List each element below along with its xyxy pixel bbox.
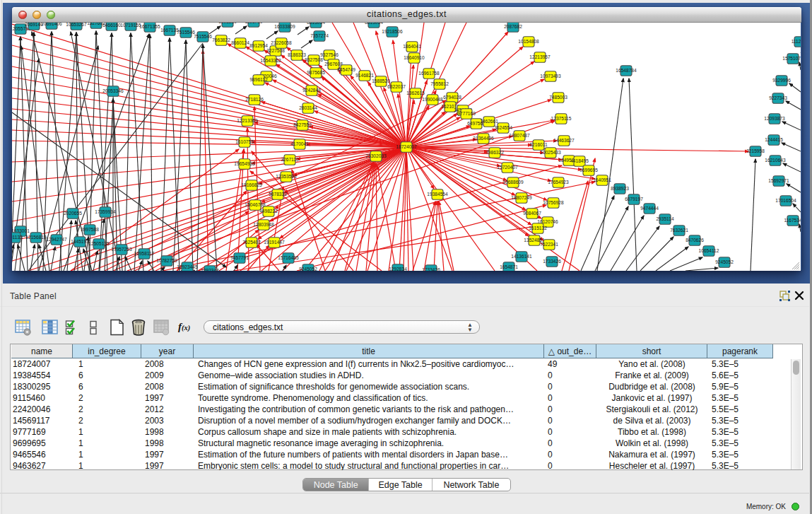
svg-text:7515546: 7515546 [194, 34, 212, 39]
svg-text:20691406: 20691406 [41, 23, 62, 26]
svg-text:4170041: 4170041 [290, 141, 309, 146]
svg-text:9329996: 9329996 [772, 78, 791, 83]
svg-text:18724007: 18724007 [396, 144, 417, 149]
svg-text:19654938: 19654938 [234, 161, 255, 166]
svg-text:15046768: 15046768 [245, 202, 266, 207]
svg-text:1112054: 1112054 [792, 39, 801, 44]
svg-text:9896112: 9896112 [249, 77, 268, 82]
svg-text:2935114: 2935114 [656, 216, 674, 221]
svg-text:9327508: 9327508 [305, 57, 323, 62]
svg-text:8813054: 8813054 [307, 23, 325, 25]
svg-text:1640951: 1640951 [593, 177, 611, 182]
svg-text:1610755: 1610755 [235, 139, 254, 144]
svg-text:8660124: 8660124 [231, 40, 249, 45]
svg-text:12213957: 12213957 [529, 54, 551, 59]
svg-text:7515546: 7515546 [177, 30, 195, 35]
svg-text:10782759: 10782759 [156, 258, 177, 263]
svg-text:1654871: 1654871 [500, 264, 518, 269]
svg-text:12923445: 12923445 [177, 264, 198, 269]
svg-text:3215958: 3215958 [746, 148, 765, 153]
svg-text:1292344: 1292344 [201, 268, 219, 271]
svg-text:8938923: 8938923 [611, 186, 629, 191]
svg-text:1191719: 1191719 [245, 23, 263, 24]
svg-text:16671355: 16671355 [139, 24, 160, 29]
svg-text:16548784: 16548784 [616, 68, 637, 73]
svg-text:0699695: 0699695 [579, 168, 598, 173]
svg-text:23226058: 23226058 [271, 40, 292, 45]
svg-text:16543362: 16543362 [260, 58, 281, 63]
svg-text:991133: 991133 [12, 235, 23, 240]
svg-text:7522341: 7522341 [540, 242, 558, 247]
svg-text:7663822: 7663822 [212, 37, 230, 42]
svg-text:17016504: 17016504 [775, 198, 796, 203]
svg-text:10654112: 10654112 [699, 248, 719, 253]
svg-text:4498222: 4498222 [259, 209, 278, 214]
svg-text:10719155: 10719155 [120, 23, 141, 28]
svg-text:12156819: 12156819 [25, 235, 47, 240]
svg-text:3227508: 3227508 [266, 48, 285, 53]
svg-text:10025433: 10025433 [540, 150, 561, 155]
svg-text:4418495: 4418495 [570, 158, 589, 163]
svg-text:1588520: 1588520 [372, 78, 390, 83]
svg-text:15692971: 15692971 [768, 178, 789, 183]
svg-text:2087682: 2087682 [504, 24, 522, 29]
svg-text:9474444: 9474444 [640, 206, 659, 211]
svg-text:20053346: 20053346 [102, 88, 124, 93]
svg-text:12213369: 12213369 [237, 118, 258, 123]
svg-text:9875685: 9875685 [307, 70, 325, 75]
svg-text:25302033: 25302033 [365, 153, 387, 158]
svg-text:9245052: 9245052 [715, 259, 734, 264]
svg-text:2069140: 2069140 [25, 23, 43, 27]
svg-text:7632621: 7632621 [670, 228, 688, 233]
svg-text:8470626: 8470626 [686, 238, 704, 243]
svg-text:18640910: 18640910 [404, 55, 425, 60]
svg-text:12093873: 12093873 [764, 116, 785, 121]
svg-text:1362615: 1362615 [406, 90, 425, 95]
svg-text:3997588: 3997588 [81, 227, 99, 232]
svg-text:9777169: 9777169 [457, 111, 476, 116]
svg-text:8427552: 8427552 [293, 122, 312, 127]
svg-text:12505135: 12505135 [88, 241, 110, 246]
svg-text:6879197: 6879197 [625, 197, 643, 201]
svg-text:9245052: 9245052 [299, 267, 317, 271]
svg-text:12353594: 12353594 [276, 174, 297, 179]
svg-text:8813054: 8813054 [365, 23, 383, 25]
svg-text:15716485: 15716485 [278, 255, 299, 260]
svg-text:1864041: 1864041 [403, 44, 421, 49]
svg-text:10154808: 10154808 [518, 39, 539, 44]
svg-text:1445193: 1445193 [71, 239, 89, 244]
svg-text:7485003: 7485003 [549, 95, 567, 100]
svg-text:6216011: 6216011 [529, 142, 548, 147]
svg-text:5878332: 5878332 [269, 192, 287, 197]
svg-text:7986322: 7986322 [486, 150, 504, 155]
svg-text:9084067: 9084067 [523, 211, 541, 216]
svg-text:7955812: 7955812 [430, 81, 449, 86]
svg-text:3624554: 3624554 [494, 125, 512, 130]
svg-text:8912954: 8912954 [249, 43, 268, 48]
svg-text:8454749: 8454749 [337, 67, 355, 72]
svg-text:12803948: 12803948 [253, 222, 274, 227]
svg-text:1292834: 1292834 [389, 267, 407, 271]
svg-text:3267110: 3267110 [281, 157, 299, 162]
svg-text:15751074: 15751074 [782, 56, 801, 61]
svg-text:10756928: 10756928 [543, 200, 564, 205]
svg-text:16210643: 16210643 [765, 158, 786, 163]
svg-text:9242848: 9242848 [302, 88, 321, 93]
svg-text:2020655: 2020655 [64, 211, 82, 216]
svg-text:10973493: 10973493 [540, 74, 561, 78]
svg-text:1167534: 1167534 [784, 218, 801, 223]
svg-text:9146821: 9146821 [355, 73, 374, 78]
svg-text:10807487: 10807487 [509, 133, 530, 138]
svg-text:19218506: 19218506 [382, 29, 403, 34]
svg-text:10688609: 10688609 [502, 180, 524, 185]
svg-text:17359934: 17359934 [95, 209, 116, 214]
svg-text:16961758: 16961758 [418, 71, 440, 76]
svg-text:6322037: 6322037 [387, 84, 406, 89]
svg-text:7625402: 7625402 [242, 240, 261, 245]
svg-text:1244415: 1244415 [765, 137, 783, 142]
svg-text:6794028: 6794028 [443, 95, 461, 100]
svg-text:9457791: 9457791 [230, 255, 249, 260]
svg-text:19166825: 19166825 [241, 182, 262, 187]
svg-text:16033809: 16033809 [274, 24, 295, 29]
svg-text:9227343: 9227343 [769, 95, 787, 100]
